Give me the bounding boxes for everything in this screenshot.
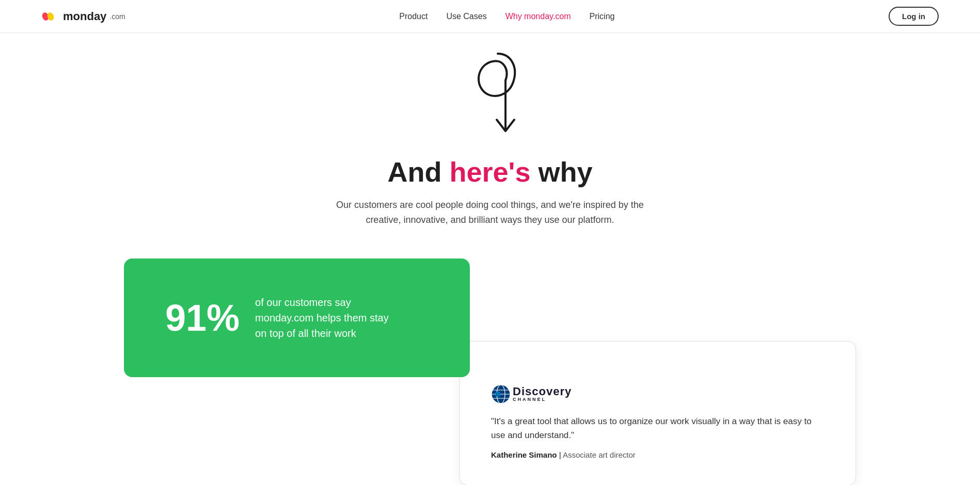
navbar: monday.com Product Use Cases Why monday.…	[0, 0, 980, 33]
logo-icon	[41, 10, 60, 23]
nav-right: Log in	[889, 7, 939, 26]
svg-point-10	[497, 393, 499, 395]
discovery-channel-label: CHANNEL	[513, 397, 572, 402]
logo-brand: monday	[63, 10, 106, 23]
discovery-brand: Discovery	[513, 386, 572, 397]
cards-row: 91% of our customers say monday.com help…	[0, 258, 980, 485]
nav-item-product[interactable]: Product	[399, 12, 428, 21]
heading-section: And here's why Our customers are cool pe…	[330, 157, 650, 228]
nav-link-why-monday[interactable]: Why monday.com	[505, 12, 571, 21]
testimonial-card: Discovery CHANNEL "It's a great tool tha…	[460, 341, 856, 485]
author-separator: |	[557, 450, 563, 459]
nav-item-use-cases[interactable]: Use Cases	[446, 12, 486, 21]
testimonial-quote: "It's a great tool that allows us to org…	[491, 414, 825, 442]
discovery-globe-icon	[491, 384, 511, 404]
nav-item-why-monday[interactable]: Why monday.com	[505, 12, 571, 21]
heading-after: why	[530, 156, 592, 187]
logo-tld: .com	[109, 12, 125, 21]
heading-highlight: here's	[450, 156, 531, 187]
nav-item-pricing[interactable]: Pricing	[590, 12, 615, 21]
author-name: Katherine Simano	[491, 450, 557, 459]
stat-card: 91% of our customers say monday.com help…	[124, 258, 470, 377]
nav-link-pricing[interactable]: Pricing	[590, 12, 615, 21]
login-button[interactable]: Log in	[889, 7, 939, 26]
nav-link-use-cases[interactable]: Use Cases	[446, 12, 486, 21]
main-subtitle: Our customers are cool people doing cool…	[330, 198, 650, 228]
arrow-illustration	[454, 43, 526, 147]
discovery-text: Discovery CHANNEL	[513, 386, 572, 402]
stat-number: 91%	[165, 299, 240, 336]
nav-links: Product Use Cases Why monday.com Pricing	[399, 12, 614, 21]
discovery-logo: Discovery CHANNEL	[491, 384, 825, 404]
heading-before: And	[388, 156, 450, 187]
main-heading: And here's why	[330, 157, 650, 187]
main-content: And here's why Our customers are cool pe…	[0, 33, 980, 485]
author-role: Associate art director	[563, 450, 636, 459]
nav-link-product[interactable]: Product	[399, 12, 428, 21]
logo[interactable]: monday.com	[41, 10, 125, 23]
testimonial-author: Katherine Simano | Associate art directo…	[491, 450, 825, 459]
stat-text: of our customers say monday.com helps th…	[255, 295, 400, 341]
